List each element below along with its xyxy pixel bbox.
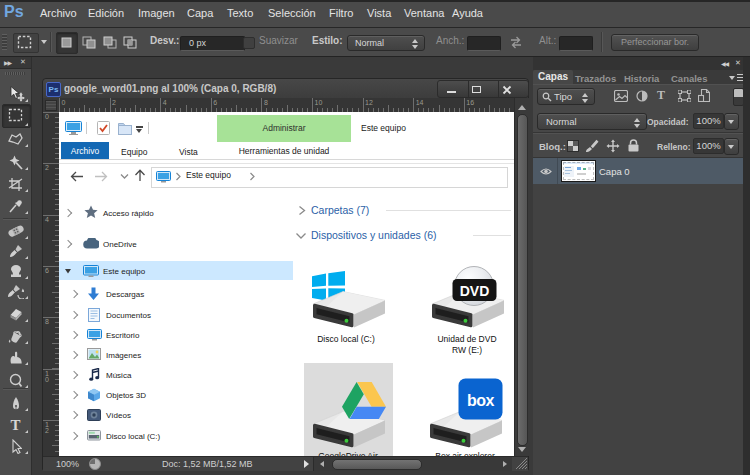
svg-text:box: box	[467, 392, 495, 409]
svg-text:DVD: DVD	[460, 283, 490, 299]
